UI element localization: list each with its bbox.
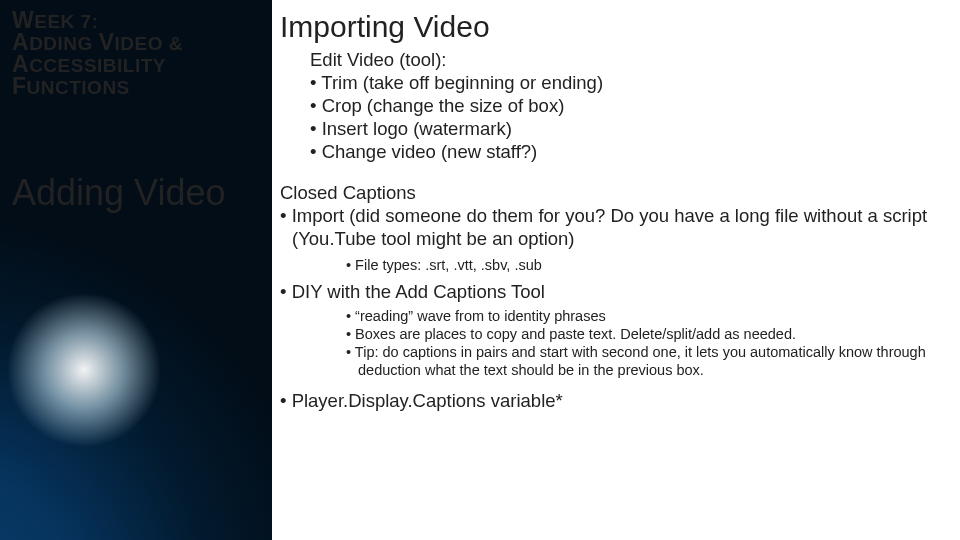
right-column: Importing Video Edit Video (tool): Trim … (272, 0, 960, 540)
rest: EEK 7: (34, 11, 98, 32)
cc-diy-list: “reading” wave from to identity phrases … (280, 307, 942, 379)
rest: CCESSIBILITY (29, 55, 166, 76)
list-item: Crop (change the size of box) (310, 94, 942, 117)
cc-block: Closed Captions Import (did someone do t… (280, 181, 942, 412)
cc-player: Player.Display.Captions variable* (280, 389, 942, 412)
slide: WEEK 7: ADDING VIDEO & ACCESSIBILITY FUN… (0, 0, 960, 540)
list-item: Boxes are places to copy and paste text.… (346, 325, 942, 343)
left-column: WEEK 7: ADDING VIDEO & ACCESSIBILITY FUN… (0, 0, 272, 540)
edit-video-block: Edit Video (tool): Trim (take off beginn… (280, 48, 942, 163)
main-title: Importing Video (280, 10, 942, 44)
list-item: DIY with the Add Captions Tool (280, 280, 942, 303)
cc-list: Import (did someone do them for you? Do … (280, 204, 942, 250)
rest: IDEO & (114, 33, 182, 54)
list-item: Player.Display.Captions variable* (280, 389, 942, 412)
list-item: Trim (take off beginning or ending) (310, 71, 942, 94)
cc-heading: Closed Captions (280, 181, 942, 204)
cc-filetypes: File types: .srt, .vtt, .sbv, .sub (280, 256, 942, 274)
list-item: “reading” wave from to identity phrases (346, 307, 942, 325)
list-item: Import (did someone do them for you? Do … (280, 204, 942, 250)
edit-heading: Edit Video (tool): (310, 48, 942, 71)
side-title: Adding Video (12, 172, 260, 214)
list-item: Insert logo (watermark) (310, 117, 942, 140)
slide-header: WEEK 7: ADDING VIDEO & ACCESSIBILITY FUN… (12, 10, 260, 98)
cc-diy: DIY with the Add Captions Tool (280, 280, 942, 303)
list-item: Tip: do captions in pairs and start with… (346, 343, 942, 379)
rest: UNCTIONS (27, 77, 130, 98)
edit-list: Trim (take off beginning or ending) Crop… (310, 71, 942, 163)
cap: V (99, 29, 115, 55)
list-item: File types: .srt, .vtt, .sbv, .sub (346, 256, 942, 274)
cap: F (12, 73, 27, 99)
rest: DDING (29, 33, 99, 54)
list-item: Change video (new staff?) (310, 140, 942, 163)
